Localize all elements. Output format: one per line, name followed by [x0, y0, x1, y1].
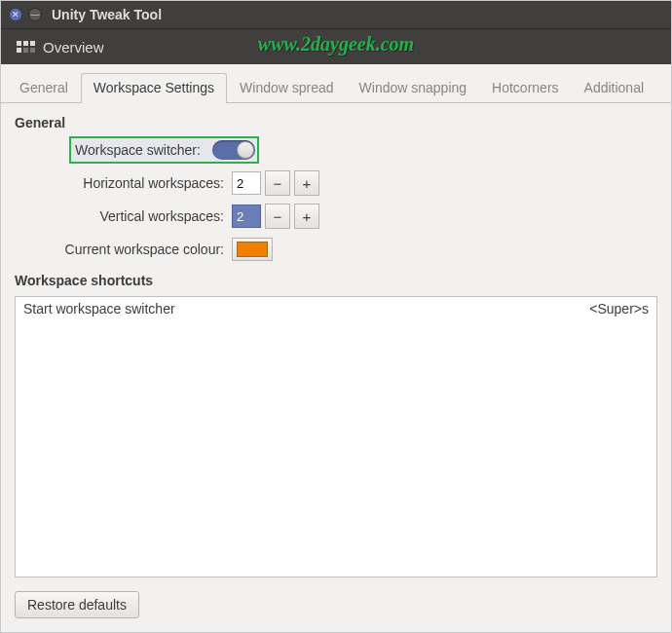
section-general-title: General	[15, 115, 657, 130]
titlebar: ✕ — Unity Tweak Tool	[1, 1, 671, 28]
workspace-colour-label: Current workspace colour:	[15, 242, 232, 257]
workspace-colour-button[interactable]	[232, 238, 273, 261]
restore-defaults-button[interactable]: Restore defaults	[15, 591, 139, 618]
horizontal-plus-button[interactable]: +	[294, 170, 319, 196]
content-pane: General Workspace switcher: Horizontal w…	[1, 103, 671, 632]
overview-icon[interactable]	[17, 41, 35, 53]
workspace-switcher-label: Workspace switcher:	[75, 142, 201, 158]
tab-bar: General Workspace Settings Window spread…	[1, 64, 671, 103]
bottom-bar: Restore defaults	[15, 591, 657, 618]
horizontal-minus-button[interactable]: −	[265, 170, 290, 196]
app-window: ✕ — Unity Tweak Tool Overview www.2dayge…	[0, 0, 672, 633]
section-shortcuts-title: Workspace shortcuts	[15, 273, 657, 288]
horizontal-workspaces-label: Horizontal workspaces:	[15, 175, 232, 191]
tab-window-spread[interactable]: Window spread	[227, 73, 347, 103]
highlight-annotation: Workspace switcher:	[69, 136, 259, 164]
overview-button[interactable]: Overview	[43, 39, 104, 56]
workspace-colour-row: Current workspace colour:	[15, 234, 657, 265]
close-icon[interactable]: ✕	[9, 8, 22, 21]
vertical-minus-button[interactable]: −	[265, 204, 290, 229]
tab-general[interactable]: General	[7, 73, 81, 103]
shortcut-accel: <Super>s	[589, 301, 649, 316]
tab-additional[interactable]: Additional	[572, 73, 657, 103]
shortcut-name: Start workspace switcher	[23, 301, 175, 316]
tab-window-snapping[interactable]: Window snapping	[347, 73, 480, 103]
shortcut-list[interactable]: Start workspace switcher <Super>s	[15, 296, 657, 577]
vertical-plus-button[interactable]: +	[294, 204, 319, 229]
shortcut-row[interactable]: Start workspace switcher <Super>s	[16, 297, 656, 320]
vertical-workspaces-input[interactable]	[232, 205, 261, 228]
workspace-colour-swatch	[237, 242, 268, 257]
tab-workspace-settings[interactable]: Workspace Settings	[81, 73, 227, 103]
window-title: Unity Tweak Tool	[52, 7, 162, 22]
toggle-knob	[237, 141, 254, 159]
tab-hotcorners[interactable]: Hotcorners	[479, 73, 571, 103]
toolbar: Overview www.2daygeek.com	[1, 28, 671, 64]
workspace-switcher-row: Workspace switcher:	[15, 134, 657, 166]
horizontal-workspaces-input[interactable]	[232, 171, 261, 195]
vertical-workspaces-label: Vertical workspaces:	[15, 208, 232, 224]
minimize-icon[interactable]: —	[28, 8, 42, 21]
workspace-switcher-toggle[interactable]	[212, 140, 255, 160]
horizontal-workspaces-row: Horizontal workspaces: − +	[15, 168, 657, 199]
vertical-workspaces-row: Vertical workspaces: − +	[15, 201, 657, 232]
